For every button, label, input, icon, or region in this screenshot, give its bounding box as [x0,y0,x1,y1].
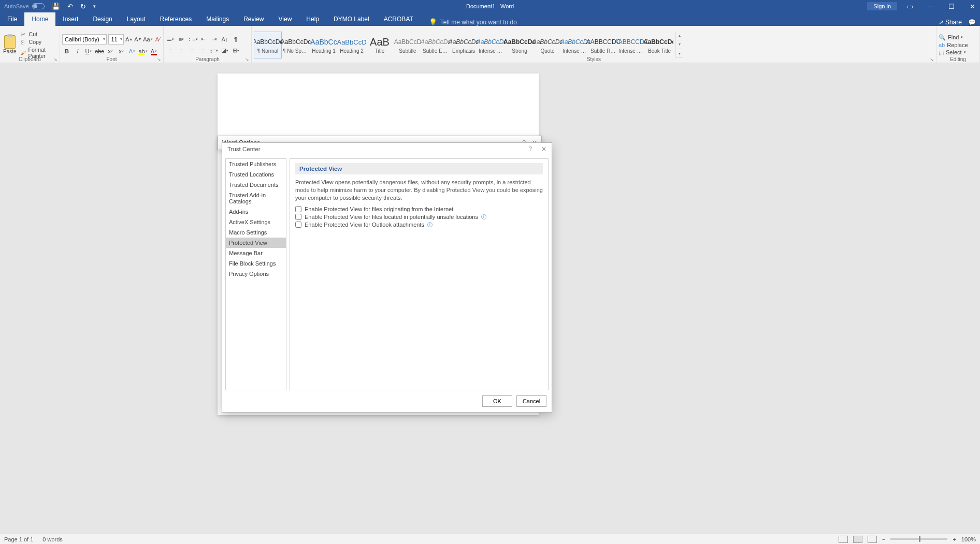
style-tile[interactable]: AaBbCcDc¶ Normal [254,32,282,58]
print-layout-icon[interactable] [853,536,862,543]
select-button[interactable]: ⬚Select ▾ [939,49,968,56]
font-size-combo[interactable]: 11▾ [108,34,123,45]
font-launcher-icon[interactable]: ↘ [157,57,161,62]
check-unsafe-box[interactable] [295,214,301,220]
tab-design[interactable]: Design [85,12,119,26]
word-count[interactable]: 0 words [42,536,63,542]
replace-button[interactable]: abReplace [939,42,968,48]
tab-layout[interactable]: Layout [120,12,153,26]
bullets-button[interactable]: ☰▾ [166,35,175,44]
read-mode-icon[interactable] [839,536,848,543]
check-outlook-box[interactable] [295,222,301,228]
font-color-button[interactable]: A▾ [149,47,158,56]
find-button[interactable]: 🔍Find ▾ [939,34,968,41]
trust-center-help-icon[interactable]: ? [529,145,532,153]
info-icon[interactable]: i [481,214,486,219]
check-internet-box[interactable] [295,206,301,212]
text-effects-button[interactable]: A▾ [127,47,137,56]
tab-references[interactable]: References [153,12,199,26]
paste-button[interactable]: Paste [2,35,18,54]
style-tile[interactable]: AaBbCcDc¶ No Spac... [282,32,310,58]
align-center-button[interactable]: ≡ [177,46,186,55]
style-tile[interactable]: AaBbCcDcEmphasis [450,32,478,58]
styles-up-icon[interactable]: ▴ [676,32,683,40]
trust-center-nav-item[interactable]: Privacy Options [226,269,286,279]
signin-button[interactable]: Sign in [867,2,897,10]
page-indicator[interactable]: Page 1 of 1 [4,536,33,542]
subscript-button[interactable]: x2 [106,47,115,56]
style-tile[interactable]: AaBbCcDcStrong [506,32,534,58]
minimize-icon[interactable]: — [923,3,939,10]
close-icon[interactable]: ✕ [964,3,980,10]
style-tile[interactable]: AaBbCcDHeading 2 [338,32,366,58]
tellme-search[interactable]: 💡 Tell me what you want to do [429,18,517,26]
font-name-combo[interactable]: Calibri (Body)▾ [62,34,107,45]
tab-acrobat[interactable]: ACROBAT [377,12,421,26]
tab-view[interactable]: View [271,12,299,26]
style-tile[interactable]: AABBCCDCIntense Re... [617,32,645,58]
tab-mailings[interactable]: Mailings [199,12,236,26]
trust-center-nav-item[interactable]: Protected View [226,238,286,248]
web-layout-icon[interactable] [868,536,877,543]
trust-center-nav-item[interactable]: Trusted Add-in Catalogs [226,190,286,207]
trust-center-nav-item[interactable]: Trusted Locations [226,169,286,180]
shrink-font-button[interactable]: A▼ [134,35,141,44]
italic-button[interactable]: I [73,47,82,56]
bold-button[interactable]: B [62,47,71,56]
align-right-button[interactable]: ≡ [188,46,197,55]
styles-launcher-icon[interactable]: ↘ [930,57,934,62]
style-tile[interactable]: AaBbCcDcBook Title [645,32,673,58]
cut-button[interactable]: ✂Cut [20,31,57,38]
shading-button[interactable]: ◪▾ [220,46,229,55]
trust-center-nav-item[interactable]: File Block Settings [226,258,286,269]
style-tile[interactable]: AaBbCcDSubtitle [394,32,422,58]
underline-button[interactable]: U▾ [84,47,93,56]
zoom-in-icon[interactable]: + [953,536,956,542]
grow-font-button[interactable]: A▲ [125,35,133,44]
check-unsafe-locations[interactable]: Enable Protected View for files located … [295,214,543,220]
numbering-button[interactable]: ≡▾ [177,35,186,44]
info-icon[interactable]: i [427,222,433,227]
check-outlook[interactable]: Enable Protected View for Outlook attach… [295,222,543,228]
sort-button[interactable]: A↓ [220,35,229,44]
style-tile[interactable]: AaBTitle [366,32,394,58]
autosave-toggle[interactable]: AutoSave [4,3,45,9]
share-button[interactable]: ↗ Share [939,19,962,26]
change-case-button[interactable]: Aa▾ [143,35,153,44]
redo-icon[interactable]: ↻ [80,3,86,10]
style-tile[interactable]: AaBbCcHeading 1 [310,32,338,58]
clear-formatting-button[interactable]: A⁄ [154,35,162,44]
tab-review[interactable]: Review [236,12,271,26]
tab-help[interactable]: Help [299,12,326,26]
zoom-level[interactable]: 100% [961,536,976,542]
highlight-button[interactable]: ab▾ [138,47,148,56]
paragraph-launcher-icon[interactable]: ↘ [245,57,249,62]
trust-center-nav-item[interactable]: Macro Settings [226,227,286,238]
ok-button[interactable]: OK [482,395,512,407]
strikethrough-button[interactable]: abc [95,47,104,56]
tab-insert[interactable]: Insert [55,12,85,26]
align-left-button[interactable]: ≡ [166,46,175,55]
ribbon-display-icon[interactable]: ▭ [902,3,918,10]
trust-center-nav-item[interactable]: ActiveX Settings [226,217,286,227]
maximize-icon[interactable]: ☐ [944,3,959,10]
trust-center-nav-item[interactable]: Trusted Documents [226,180,286,190]
cancel-button[interactable]: Cancel [516,395,546,407]
undo-icon[interactable]: ↶ [67,3,73,10]
superscript-button[interactable]: x2 [117,47,126,56]
comments-icon[interactable]: 💬 [968,19,976,26]
tab-dymo[interactable]: DYMO Label [326,12,377,26]
style-tile[interactable]: AaBbCcDcIntense E... [478,32,506,58]
zoom-slider[interactable] [890,538,947,540]
trust-center-nav-item[interactable]: Message Bar [226,248,286,258]
tab-file[interactable]: File [0,12,24,26]
borders-button[interactable]: ⊞▾ [231,46,240,55]
qat-customize-icon[interactable]: ▾ [93,4,96,9]
style-tile[interactable]: AaBbCcDcSubtle Em... [422,32,450,58]
save-icon[interactable]: 💾 [52,3,60,10]
justify-button[interactable]: ≡ [198,46,208,55]
style-tile[interactable]: AABBCCDCSubtle Ref... [589,32,617,58]
copy-button[interactable]: ⎘Copy [20,38,57,46]
increase-indent-button[interactable]: ⇥ [209,35,219,44]
style-tile[interactable]: AaBbCcDcQuote [534,32,561,58]
